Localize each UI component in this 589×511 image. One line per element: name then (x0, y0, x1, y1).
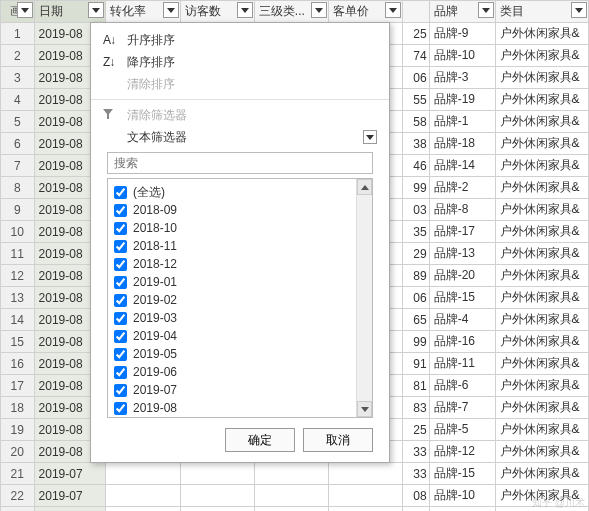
header-brand[interactable]: 品牌 (429, 1, 495, 23)
row-number[interactable]: 17 (1, 375, 35, 397)
filter-checkbox[interactable] (114, 348, 127, 361)
cell-brand[interactable]: 品牌-14 (429, 155, 495, 177)
cell-price[interactable] (329, 463, 403, 485)
cell-brand[interactable]: 品牌-10 (429, 485, 495, 507)
filter-checkbox[interactable] (114, 294, 127, 307)
cell-num[interactable]: 38 (403, 133, 429, 155)
filter-checkbox[interactable] (114, 402, 127, 415)
cell-class[interactable]: 户外休闲家具& (495, 441, 588, 463)
cell-visitors[interactable] (180, 485, 254, 507)
cell-num[interactable]: 08 (403, 485, 429, 507)
row-number[interactable]: 15 (1, 331, 35, 353)
row-number[interactable]: 18 (1, 397, 35, 419)
cell-brand[interactable]: 品牌-6 (429, 375, 495, 397)
row-number[interactable]: 11 (1, 243, 35, 265)
cell-num[interactable]: 33 (403, 463, 429, 485)
cell-cat3[interactable] (254, 463, 328, 485)
cell-class[interactable]: 户外休闲家具& (495, 221, 588, 243)
cell-class[interactable] (495, 507, 588, 512)
header-cat3[interactable]: 三级类... (254, 1, 328, 23)
cell-class[interactable]: 户外休闲家具& (495, 419, 588, 441)
cell-brand[interactable]: 品牌-12 (429, 441, 495, 463)
cell-class[interactable]: 户外休闲家具& (495, 463, 588, 485)
filter-checkbox[interactable] (114, 366, 127, 379)
filter-checkbox[interactable] (114, 312, 127, 325)
cell-class[interactable]: 户外休闲家具& (495, 375, 588, 397)
row-number[interactable]: 6 (1, 133, 35, 155)
filter-checkbox[interactable] (114, 384, 127, 397)
filter-checkbox[interactable] (114, 276, 127, 289)
header-visitors[interactable]: 访客数 (180, 1, 254, 23)
filter-checkbox[interactable] (114, 240, 127, 253)
dropdown-icon[interactable] (88, 2, 104, 18)
cell-brand[interactable]: 品牌-2 (429, 177, 495, 199)
cell-num[interactable]: 25 (403, 23, 429, 45)
scroll-up-icon[interactable] (357, 179, 372, 195)
dropdown-icon[interactable] (237, 2, 253, 18)
filter-checkbox[interactable] (114, 258, 127, 271)
row-number[interactable]: 22 (1, 485, 35, 507)
cell-brand[interactable]: 品牌-17 (429, 221, 495, 243)
cell-brand[interactable] (429, 507, 495, 512)
cell-brand[interactable]: 品牌-15 (429, 287, 495, 309)
row-number[interactable]: 4 (1, 89, 35, 111)
cell-class[interactable]: 户外休闲家具& (495, 331, 588, 353)
row-number[interactable]: 8 (1, 177, 35, 199)
cell-num[interactable]: 25 (403, 419, 429, 441)
header-date[interactable]: 日期 (34, 1, 106, 23)
cell-class[interactable]: 户外休闲家具& (495, 45, 588, 67)
cell-date[interactable]: 2019-07 (34, 507, 106, 512)
cancel-button[interactable]: 取消 (303, 428, 373, 452)
cell-class[interactable]: 户外休闲家具& (495, 397, 588, 419)
cell-class[interactable]: 户外休闲家具& (495, 155, 588, 177)
filter-item[interactable]: 2018-12 (114, 255, 350, 273)
filter-checkbox[interactable] (114, 204, 127, 217)
header-rate[interactable]: 转化率 (106, 1, 180, 23)
scrollbar[interactable] (356, 179, 372, 417)
row-number[interactable]: 2 (1, 45, 35, 67)
header-class[interactable]: 类目 (495, 1, 588, 23)
cell-brand[interactable]: 品牌-11 (429, 353, 495, 375)
sort-desc-item[interactable]: Z↓降序排序 (91, 51, 389, 73)
cell-brand[interactable]: 品牌-18 (429, 133, 495, 155)
dropdown-icon[interactable] (311, 2, 327, 18)
cell-cat3[interactable] (254, 485, 328, 507)
filter-item[interactable]: (全选) (114, 183, 350, 201)
sort-asc-item[interactable]: A↓升序排序 (91, 29, 389, 51)
cell-brand[interactable]: 品牌-4 (429, 309, 495, 331)
cell-class[interactable]: 户外休闲家具& (495, 23, 588, 45)
cell-rate[interactable] (106, 463, 180, 485)
cell-class[interactable]: 户外休闲家具& (495, 265, 588, 287)
cell-class[interactable]: 户外休闲家具& (495, 89, 588, 111)
table-row[interactable]: 222019-0708品牌-10户外休闲家具& (1, 485, 589, 507)
row-number[interactable]: 20 (1, 441, 35, 463)
cell-brand[interactable]: 品牌-19 (429, 89, 495, 111)
cell-class[interactable]: 户外休闲家具& (495, 287, 588, 309)
cell-num[interactable] (403, 507, 429, 512)
cell-price[interactable] (329, 507, 403, 512)
cell-num[interactable]: 33 (403, 441, 429, 463)
row-number[interactable]: 3 (1, 67, 35, 89)
cell-num[interactable]: 99 (403, 331, 429, 353)
cell-cat3[interactable] (254, 507, 328, 512)
row-number[interactable]: 14 (1, 309, 35, 331)
cell-brand[interactable]: 品牌-13 (429, 243, 495, 265)
cell-class[interactable]: 户外休闲家具& (495, 177, 588, 199)
dropdown-icon[interactable] (163, 2, 179, 18)
filter-item[interactable]: 2019-04 (114, 327, 350, 345)
filter-checkbox[interactable] (114, 330, 127, 343)
cell-num[interactable]: 91 (403, 353, 429, 375)
filter-item[interactable]: 2019-02 (114, 291, 350, 309)
cell-rate[interactable] (106, 507, 180, 512)
row-number[interactable]: 23 (1, 507, 35, 512)
filter-checkbox[interactable] (114, 222, 127, 235)
cell-num[interactable]: 06 (403, 67, 429, 89)
cell-price[interactable] (329, 485, 403, 507)
header-price[interactable]: 客单价 (329, 1, 403, 23)
cell-num[interactable]: 99 (403, 177, 429, 199)
cell-brand[interactable]: 品牌-3 (429, 67, 495, 89)
row-number[interactable]: 12 (1, 265, 35, 287)
ok-button[interactable]: 确定 (225, 428, 295, 452)
cell-num[interactable]: 35 (403, 221, 429, 243)
cell-brand[interactable]: 品牌-20 (429, 265, 495, 287)
